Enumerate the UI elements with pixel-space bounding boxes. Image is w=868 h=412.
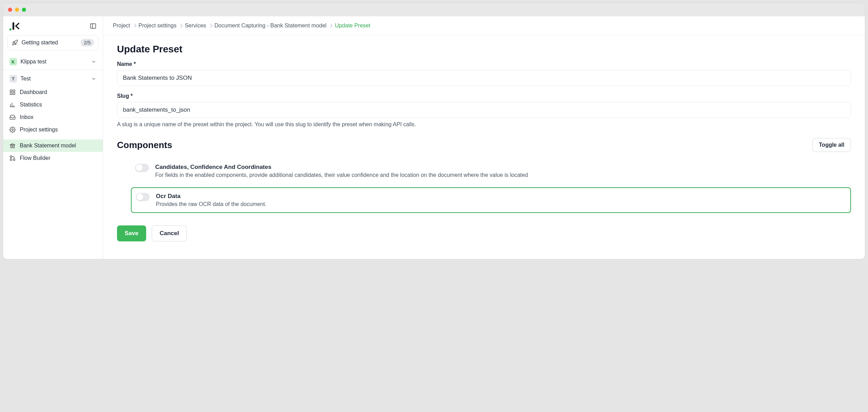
components-header: Components Toggle all (117, 138, 851, 152)
breadcrumb: Project Project settings Services Docume… (103, 16, 865, 35)
org-switcher[interactable]: K Klippa test (3, 54, 103, 69)
nav-label: Project settings (20, 127, 58, 133)
nav-inbox[interactable]: Inbox (3, 111, 103, 123)
slug-label: Slug * (117, 93, 851, 99)
grid-icon (9, 89, 16, 95)
component-candidates: Candidates, Confidence And Coordinates F… (131, 159, 851, 183)
toggle-candidates[interactable] (135, 164, 149, 172)
getting-started-card[interactable]: Getting started 2/5 (7, 35, 99, 50)
project-name: Test (20, 76, 87, 82)
bar-chart-icon (9, 102, 16, 108)
logo-mark-icon (12, 22, 20, 31)
components-title: Components (117, 140, 172, 151)
window-minimize-icon[interactable] (15, 8, 19, 12)
nav-label: Inbox (20, 114, 33, 120)
window-close-icon[interactable] (8, 8, 12, 12)
svg-rect-6 (10, 93, 12, 95)
name-label: Name * (117, 61, 851, 67)
slug-help-text: A slug is a unique name of the preset wi… (117, 121, 851, 128)
component-desc: For fields in the enabled components, pr… (155, 172, 847, 178)
component-title: Ocr Data (156, 193, 846, 200)
getting-started-badge: 2/5 (81, 39, 94, 46)
project-badge: T (9, 75, 17, 83)
chevron-right-icon (208, 24, 212, 27)
svg-marker-12 (10, 144, 15, 145)
nav-dashboard[interactable]: Dashboard (3, 86, 103, 98)
component-title: Candidates, Confidence And Coordinates (155, 164, 847, 171)
crumb-project[interactable]: Project (113, 23, 130, 29)
svg-rect-5 (13, 93, 15, 95)
name-input[interactable] (117, 70, 851, 86)
svg-rect-3 (10, 90, 12, 92)
window-maximize-icon[interactable] (22, 8, 26, 12)
main-content: Project Project settings Services Docume… (103, 16, 865, 259)
nav-label: Bank Statement model (20, 143, 76, 149)
page-title: Update Preset (117, 44, 851, 55)
app-logo (9, 22, 20, 31)
components-list: Candidates, Confidence And Coordinates F… (117, 159, 851, 213)
slug-field-group: Slug * A slug is a unique name of the pr… (117, 93, 851, 128)
settings-icon (9, 127, 16, 133)
actions: Save Cancel (117, 225, 851, 241)
slug-input[interactable] (117, 102, 851, 118)
nav-label: Statistics (20, 102, 42, 108)
chevron-right-icon (329, 24, 333, 27)
svg-rect-19 (13, 159, 15, 161)
name-field-group: Name * (117, 61, 851, 86)
inbox-icon (9, 114, 16, 120)
crumb-services[interactable]: Services (185, 23, 206, 29)
nav-flow-builder[interactable]: Flow Builder (3, 152, 103, 164)
app-window: Getting started 2/5 K Klippa test T Test (3, 3, 865, 259)
org-name: Klippa test (20, 59, 87, 65)
sidebar-collapse-button[interactable] (88, 21, 98, 31)
bank-icon (9, 143, 16, 149)
cancel-button[interactable]: Cancel (152, 225, 187, 241)
svg-rect-18 (10, 156, 12, 157)
toggle-all-button[interactable]: Toggle all (812, 138, 851, 152)
titlebar (3, 3, 865, 16)
crumb-document-capturing[interactable]: Document Capturing - Bank Statement mode… (215, 23, 327, 29)
chevron-down-icon (91, 76, 97, 81)
nav-label: Flow Builder (20, 155, 50, 161)
svg-rect-0 (12, 22, 14, 30)
chevron-down-icon (91, 59, 97, 65)
svg-rect-4 (13, 90, 15, 92)
nav-statistics[interactable]: Statistics (3, 98, 103, 111)
component-ocr-data: Ocr Data Provides the raw OCR data of th… (131, 187, 851, 213)
nav-list: Dashboard Statistics Inbox (3, 86, 103, 164)
flow-icon (9, 155, 16, 161)
chevron-right-icon (179, 24, 183, 27)
crumb-update-preset: Update Preset (335, 23, 370, 29)
rocket-icon (12, 40, 18, 46)
component-desc: Provides the raw OCR data of the documen… (156, 201, 846, 207)
app-body: Getting started 2/5 K Klippa test T Test (3, 16, 865, 259)
nav-bank-statement-model[interactable]: Bank Statement model (3, 139, 103, 152)
nav-project-settings[interactable]: Project settings (3, 123, 103, 136)
chevron-right-icon (132, 24, 136, 27)
svg-point-11 (12, 129, 14, 131)
panel-left-icon (90, 23, 97, 29)
divider (3, 70, 103, 70)
org-badge: K (9, 58, 17, 66)
project-switcher[interactable]: T Test (3, 71, 103, 86)
nav-label: Dashboard (20, 89, 47, 95)
toggle-ocr-data[interactable] (136, 193, 150, 201)
sidebar: Getting started 2/5 K Klippa test T Test (3, 16, 103, 259)
save-button[interactable]: Save (117, 225, 146, 241)
svg-rect-1 (91, 24, 96, 28)
getting-started-label: Getting started (22, 40, 77, 46)
svg-rect-20 (10, 159, 12, 161)
crumb-project-settings[interactable]: Project settings (139, 23, 176, 29)
logo-dot-icon (9, 28, 11, 31)
content: Update Preset Name * Slug * A slug is a … (103, 35, 865, 250)
